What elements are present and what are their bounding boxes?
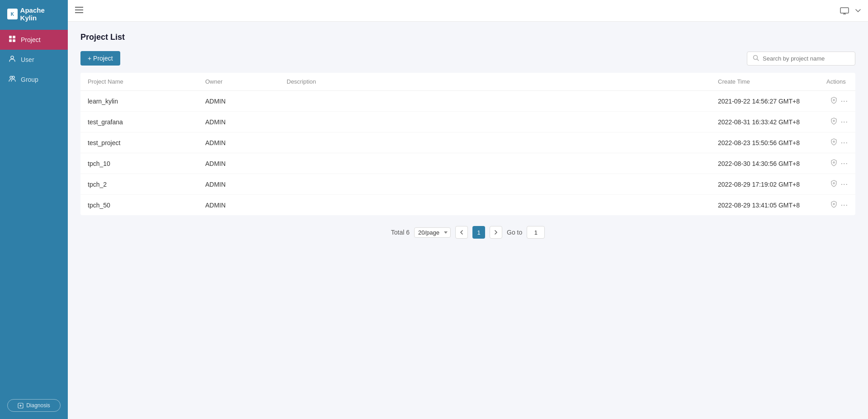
- cell-owner: ADMIN: [198, 91, 279, 112]
- cell-owner: ADMIN: [198, 153, 279, 174]
- pagination: Total 6 20/page 10/page 50/page 1 Go to: [80, 226, 855, 239]
- sidebar-bottom: Diagnosis: [0, 392, 68, 419]
- svg-point-21: [833, 162, 835, 163]
- cell-actions: ···: [819, 153, 855, 174]
- more-actions-3[interactable]: ···: [841, 160, 848, 168]
- cell-owner: ADMIN: [198, 112, 279, 132]
- col-header-actions: Actions: [819, 73, 855, 91]
- topbar-right: [837, 4, 861, 18]
- svg-point-20: [833, 141, 835, 142]
- sidebar-nav: Project User Group: [0, 28, 68, 392]
- table-row: learn_kylin ADMIN 2021-09-22 14:56:27 GM…: [80, 91, 855, 112]
- pagination-total: Total 6: [391, 229, 410, 236]
- page-size-select[interactable]: 20/page 10/page 50/page: [414, 227, 451, 238]
- cell-actions: ···: [819, 91, 855, 112]
- sidebar-item-project[interactable]: Project: [0, 30, 68, 50]
- cell-desc: [279, 174, 711, 195]
- menu-icon[interactable]: [75, 6, 83, 15]
- svg-point-6: [12, 76, 14, 79]
- user-icon: [8, 55, 16, 64]
- search-icon: [753, 55, 759, 62]
- app-logo: K Apache Kylin: [0, 0, 68, 28]
- add-project-label: + Project: [88, 55, 113, 62]
- cell-owner: ADMIN: [198, 195, 279, 216]
- shield-icon-3[interactable]: [830, 159, 837, 168]
- shield-icon-2[interactable]: [830, 138, 837, 147]
- cell-desc: [279, 153, 711, 174]
- shield-icon-1[interactable]: [830, 118, 837, 126]
- sidebar-item-label-project: Project: [21, 36, 41, 43]
- svg-rect-2: [9, 39, 12, 42]
- table-row: tpch_2 ADMIN 2022-08-29 17:19:02 GMT+8 ·…: [80, 174, 855, 195]
- cell-desc: [279, 91, 711, 112]
- shield-icon-5[interactable]: [830, 201, 837, 209]
- current-page[interactable]: 1: [472, 226, 485, 239]
- cell-name: test_project: [80, 132, 198, 153]
- main-area: Project List + Project Project Name: [68, 0, 868, 419]
- sidebar-item-group[interactable]: Group: [0, 70, 68, 89]
- cell-owner: ADMIN: [198, 132, 279, 153]
- svg-point-19: [833, 120, 835, 122]
- col-header-name: Project Name: [80, 73, 198, 91]
- goto-input[interactable]: [527, 226, 545, 239]
- table-row: test_project ADMIN 2022-08-23 15:50:56 G…: [80, 132, 855, 153]
- sidebar-item-label-user: User: [21, 56, 34, 63]
- shield-icon-0[interactable]: [830, 97, 837, 105]
- svg-line-17: [757, 59, 759, 61]
- col-header-owner: Owner: [198, 73, 279, 91]
- app-title: Apache Kylin: [20, 6, 61, 22]
- more-actions-0[interactable]: ···: [841, 97, 848, 105]
- cell-time: 2022-08-29 17:19:02 GMT+8: [711, 174, 819, 195]
- cell-time: 2022-08-30 14:30:56 GMT+8: [711, 153, 819, 174]
- topbar: [68, 0, 868, 22]
- more-actions-4[interactable]: ···: [841, 180, 848, 188]
- goto-label: Go to: [507, 229, 522, 236]
- svg-point-4: [11, 56, 14, 59]
- cell-name: test_grafana: [80, 112, 198, 132]
- cell-name: tpch_10: [80, 153, 198, 174]
- shield-icon-4[interactable]: [830, 180, 837, 188]
- search-input[interactable]: [763, 55, 849, 62]
- group-icon: [8, 75, 16, 84]
- add-project-button[interactable]: + Project: [80, 51, 120, 66]
- logo-icon: K: [7, 9, 18, 19]
- cell-time: 2021-09-22 14:56:27 GMT+8: [711, 91, 819, 112]
- svg-rect-13: [840, 8, 849, 13]
- svg-point-22: [833, 183, 835, 184]
- cell-time: 2022-08-29 13:41:05 GMT+8: [711, 195, 819, 216]
- table-row: tpch_50 ADMIN 2022-08-29 13:41:05 GMT+8 …: [80, 195, 855, 216]
- project-icon: [8, 35, 16, 44]
- cell-desc: [279, 112, 711, 132]
- cell-name: learn_kylin: [80, 91, 198, 112]
- sidebar: K Apache Kylin Project User: [0, 0, 68, 419]
- svg-point-23: [833, 203, 835, 205]
- cell-desc: [279, 195, 711, 216]
- diagnosis-button[interactable]: Diagnosis: [7, 399, 61, 412]
- cell-name: tpch_50: [80, 195, 198, 216]
- search-box[interactable]: [747, 52, 855, 66]
- cell-desc: [279, 132, 711, 153]
- more-actions-2[interactable]: ···: [841, 139, 848, 147]
- sidebar-item-user[interactable]: User: [0, 50, 68, 70]
- screen-icon-button[interactable]: [837, 4, 852, 18]
- cell-actions: ···: [819, 174, 855, 195]
- content-area: Project List + Project Project Name: [68, 22, 868, 419]
- table-row: tpch_10 ADMIN 2022-08-30 14:30:56 GMT+8 …: [80, 153, 855, 174]
- cell-name: tpch_2: [80, 174, 198, 195]
- prev-page-button[interactable]: [455, 226, 468, 239]
- cell-owner: ADMIN: [198, 174, 279, 195]
- page-title: Project List: [80, 33, 855, 42]
- col-header-desc: Description: [279, 73, 711, 91]
- cell-time: 2022-08-23 15:50:56 GMT+8: [711, 132, 819, 153]
- diagnosis-label: Diagnosis: [26, 402, 50, 409]
- cell-actions: ···: [819, 112, 855, 132]
- more-actions-1[interactable]: ···: [841, 118, 848, 126]
- cell-time: 2022-08-31 16:33:42 GMT+8: [711, 112, 819, 132]
- project-table: Project Name Owner Description Create Ti…: [80, 73, 855, 215]
- topbar-left: [75, 6, 83, 15]
- svg-point-18: [833, 99, 835, 101]
- next-page-button[interactable]: [490, 226, 502, 239]
- sidebar-item-label-group: Group: [21, 76, 38, 83]
- topbar-chevron[interactable]: [855, 8, 861, 14]
- more-actions-5[interactable]: ···: [841, 201, 848, 209]
